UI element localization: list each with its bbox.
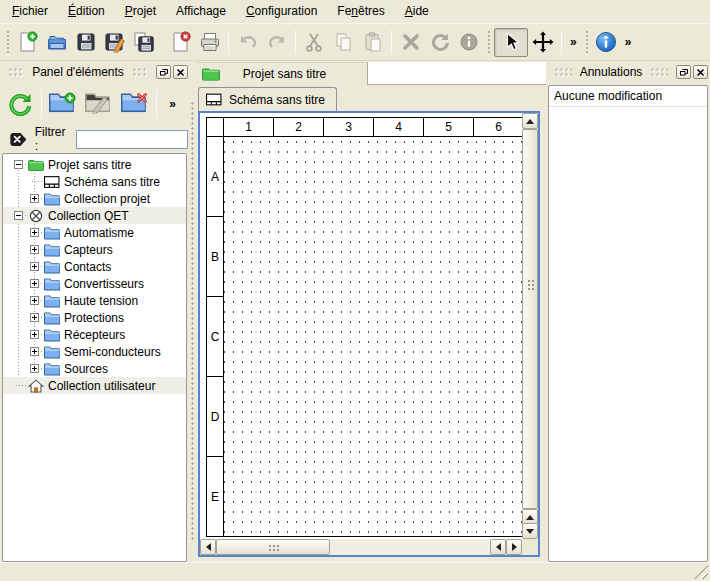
tree-item-automatisme[interactable]: Automatisme <box>3 224 186 241</box>
tree-item-schema[interactable]: Schéma sans titre <box>3 173 186 190</box>
column-headers: 1 2 3 4 5 6 <box>206 117 522 137</box>
collapse-icon[interactable] <box>14 211 23 220</box>
vertical-scrollbar-thumb[interactable] <box>522 129 538 509</box>
titlebar-texture <box>8 67 24 77</box>
row-header: C <box>206 297 224 377</box>
dock-splitter[interactable] <box>189 100 195 540</box>
move-mode-button[interactable] <box>528 28 557 57</box>
expand-icon[interactable] <box>30 228 39 237</box>
elements-panel-titlebar[interactable]: Panel d'éléments <box>2 62 188 82</box>
menu-configuration[interactable]: Configuration <box>236 1 327 22</box>
expand-icon[interactable] <box>30 245 39 254</box>
expand-icon[interactable] <box>30 313 39 322</box>
new-document-button[interactable] <box>13 28 42 57</box>
undo-history-list[interactable]: Aucune modification <box>548 85 708 562</box>
expand-icon[interactable] <box>30 330 39 339</box>
horizontal-scrollbar[interactable] <box>200 539 522 555</box>
diagram-scene[interactable]: 1 2 3 4 5 6 A B C D E <box>200 113 522 539</box>
open-icon <box>46 31 68 53</box>
expand-icon[interactable] <box>30 262 39 271</box>
float-panel-button[interactable] <box>156 65 171 79</box>
tree-item-semi-conducteurs[interactable]: Semi-conducteurs <box>3 343 186 360</box>
close-panel-button[interactable] <box>693 65 708 79</box>
tree-item-contacts[interactable]: Contacts <box>3 258 186 275</box>
menu-edition[interactable]: Édition <box>58 1 115 22</box>
resize-grip[interactable] <box>694 565 708 579</box>
new-category-button[interactable] <box>47 88 79 120</box>
expand-icon[interactable] <box>30 364 39 373</box>
tree-item-recepteurs[interactable]: Récepteurs <box>3 326 186 343</box>
close-file-button[interactable] <box>166 28 195 57</box>
scroll-up-button[interactable] <box>522 113 538 129</box>
undo-history-item[interactable]: Aucune modification <box>549 86 707 107</box>
selection-pointer-button[interactable] <box>494 28 528 57</box>
expand-icon[interactable] <box>30 296 39 305</box>
close-panel-button[interactable] <box>173 65 188 79</box>
open-button[interactable] <box>42 28 71 57</box>
scroll-right-button[interactable] <box>506 539 522 555</box>
expand-icon[interactable] <box>30 347 39 356</box>
row-header: E <box>206 457 224 537</box>
reload-icon <box>7 91 33 117</box>
titlebar-texture <box>132 67 148 77</box>
arrow-up-icon <box>526 515 534 520</box>
tree-item-projet[interactable]: Projet sans titre <box>3 156 186 173</box>
title-block-frame: 1 2 3 4 5 6 A B C D E <box>206 117 522 537</box>
menu-projet[interactable]: Projet <box>115 1 166 22</box>
tree-item-collection-qet[interactable]: Collection QET <box>3 207 186 224</box>
print-button[interactable] <box>195 28 224 57</box>
about-qet-icon <box>594 30 618 54</box>
scroll-left-button[interactable] <box>200 539 216 555</box>
menu-fichier[interactable]: Fichier <box>2 1 58 22</box>
panel-toolbar-chevron[interactable]: » <box>165 97 180 111</box>
tree-item-protections[interactable]: Protections <box>3 309 186 326</box>
toolbar-extension-chevron[interactable]: » <box>566 35 581 49</box>
scroll-left-button[interactable] <box>490 539 506 555</box>
tree-item-collection-projet[interactable]: Collection projet <box>3 190 186 207</box>
filter-row: Filtrer : <box>2 127 188 151</box>
close-icon <box>176 68 185 77</box>
float-panel-button[interactable] <box>676 65 691 79</box>
toolbar-extension-chevron[interactable]: » <box>621 35 636 49</box>
tree-item-haute-tension[interactable]: Haute tension <box>3 292 186 309</box>
toolbar-drag-handle[interactable] <box>584 29 589 55</box>
tree-item-capteurs[interactable]: Capteurs <box>3 241 186 258</box>
filter-input[interactable] <box>76 130 188 149</box>
about-qet-button[interactable] <box>592 28 621 57</box>
filter-label: Filtrer : <box>35 125 70 153</box>
delete-category-button[interactable] <box>119 88 151 120</box>
reload-collections-button[interactable] <box>4 88 36 120</box>
diagram-tab[interactable]: Schéma sans titre <box>198 87 337 111</box>
menu-affichage[interactable]: Affichage <box>166 1 236 22</box>
collapse-icon[interactable] <box>14 160 23 169</box>
elements-panel-title: Panel d'éléments <box>30 65 126 79</box>
toolbar-drag-handle[interactable] <box>486 29 491 55</box>
save-all-button[interactable] <box>129 28 158 57</box>
menu-bar: Fichier Édition Projet Affichage Configu… <box>0 0 710 24</box>
tree-item-collection-utilisateur[interactable]: Collection utilisateur <box>3 377 186 394</box>
scroll-down-button[interactable] <box>522 523 538 539</box>
save-as-button[interactable] <box>100 28 129 57</box>
undo-icon <box>237 31 259 53</box>
expand-icon[interactable] <box>30 279 39 288</box>
diagram-tab-label: Schéma sans titre <box>229 93 325 107</box>
annulations-panel-titlebar[interactable]: Annulations <box>548 62 708 82</box>
column-header: 2 <box>274 117 324 137</box>
folder-icon <box>44 328 60 342</box>
diagram-view: 1 2 3 4 5 6 A B C D E <box>198 111 540 557</box>
menu-aide[interactable]: Aide <box>395 1 439 22</box>
menu-fenetres[interactable]: Fenêtres <box>327 1 394 22</box>
toolbar-drag-handle[interactable] <box>5 29 10 55</box>
diagram-tab-bar: Schéma sans titre <box>196 85 546 111</box>
tree-item-sources[interactable]: Sources <box>3 360 186 377</box>
horizontal-scrollbar-thumb[interactable] <box>216 539 330 555</box>
clear-filter-icon[interactable] <box>8 131 29 148</box>
save-button[interactable] <box>71 28 100 57</box>
column-header: 6 <box>474 117 522 137</box>
vertical-scrollbar[interactable] <box>522 113 538 539</box>
project-tab[interactable]: Projet sans titre <box>196 62 368 85</box>
qelectrotech-window: { "ui": { "chevron": "»" }, "menu": { "i… <box>0 0 710 581</box>
expand-icon[interactable] <box>30 194 39 203</box>
print-icon <box>199 31 221 53</box>
tree-item-convertisseurs[interactable]: Convertisseurs <box>3 275 186 292</box>
